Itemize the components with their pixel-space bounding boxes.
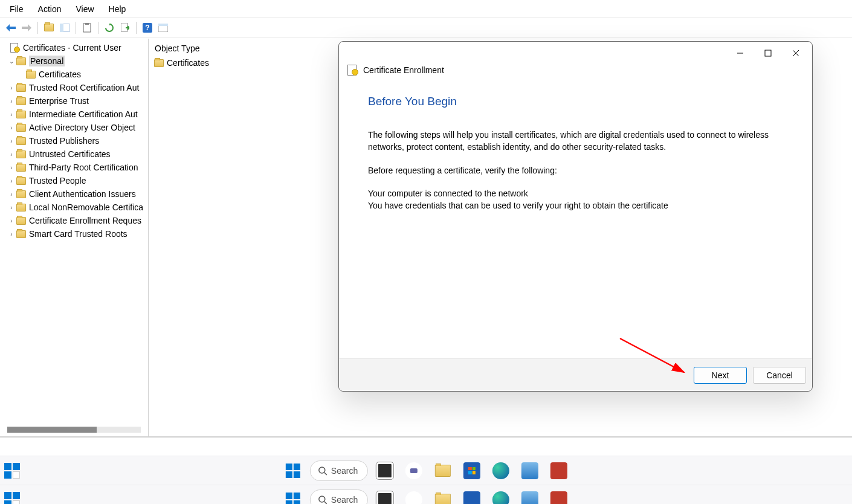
tree-item-label: Untrusted Certificates <box>29 149 111 159</box>
taskbar[interactable]: Search <box>0 456 852 485</box>
tree-item[interactable]: ›Client Authentication Issuers <box>0 187 148 201</box>
folder-icon <box>16 202 27 212</box>
svg-rect-2 <box>83 24 91 32</box>
tree-item[interactable]: ›Smart Card Trusted Roots <box>0 227 148 241</box>
certificate-enrollment-dialog: Certificate Enrollment Before You Begin … <box>338 41 813 392</box>
cert-root-icon <box>10 43 21 53</box>
chat-button[interactable] <box>402 459 426 483</box>
help-button[interactable]: ? <box>140 21 155 35</box>
tree-item[interactable]: ›Untrusted Certificates <box>0 147 148 161</box>
chevron-right-icon[interactable]: › <box>7 98 16 105</box>
folder-icon <box>16 136 27 146</box>
tree-item[interactable]: ›Certificate Enrollment Reques <box>0 214 148 227</box>
folder-icon <box>16 216 27 225</box>
folder-icon <box>16 96 27 106</box>
chevron-right-icon[interactable]: › <box>7 231 16 237</box>
tree-item[interactable]: ›Active Directory User Object <box>0 121 148 134</box>
task-view-button[interactable] <box>373 459 397 483</box>
expander-icon[interactable]: ⌄ <box>7 58 16 65</box>
folder-icon <box>16 176 27 186</box>
start-button[interactable] <box>281 459 305 483</box>
tree-item-label: Client Authentication Issuers <box>29 189 136 199</box>
tree-panel: Certificates - Current User ⌄ Personal C… <box>0 39 149 437</box>
chevron-right-icon[interactable]: › <box>7 111 16 118</box>
tree-item-label: Trusted Root Certification Aut <box>29 83 139 92</box>
menu-help[interactable]: Help <box>102 2 134 16</box>
search-placeholder: Search <box>331 466 358 476</box>
list-item-label: Certificates <box>167 58 209 68</box>
separator <box>98 22 98 34</box>
dialog-heading: Before You Begin <box>368 95 783 108</box>
tree-item[interactable]: ›Trusted Publishers <box>0 134 148 147</box>
clipboard-button[interactable] <box>80 21 94 35</box>
dialog-title: Certificate Enrollment <box>363 65 444 75</box>
tree-item-label: Intermediate Certification Aut <box>29 109 138 119</box>
svg-line-18 <box>324 502 327 504</box>
tree-item[interactable]: ›Local NonRemovable Certifica <box>0 201 148 214</box>
folder-icon <box>16 109 27 119</box>
tree-item[interactable]: ›Trusted Root Certification Aut <box>0 81 148 94</box>
cancel-button[interactable]: Cancel <box>753 367 806 384</box>
folder-icon <box>16 149 27 159</box>
dialog-body: Before You Begin The following steps wil… <box>339 80 812 358</box>
up-folder-button[interactable] <box>42 21 56 35</box>
pinned-app-1[interactable] <box>518 459 542 483</box>
chevron-right-icon[interactable]: › <box>7 138 16 144</box>
show-hide-tree-button[interactable] <box>57 21 72 35</box>
tree-item[interactable]: ›Intermediate Certification Aut <box>0 108 148 121</box>
tree-item[interactable]: ›Trusted People <box>0 174 148 187</box>
menu-action[interactable]: Action <box>31 2 69 16</box>
pinned-app-2[interactable] <box>547 459 571 483</box>
chevron-right-icon[interactable]: › <box>7 85 16 91</box>
dialog-text: You have credentials that can be used to… <box>368 199 783 212</box>
dialog-titlebar[interactable] <box>339 42 812 65</box>
tree-personal[interactable]: ⌄ Personal <box>0 54 148 68</box>
chevron-right-icon[interactable]: › <box>7 218 16 224</box>
horizontal-scrollbar[interactable] <box>7 427 141 433</box>
folder-icon <box>25 69 36 79</box>
close-button[interactable] <box>782 44 810 63</box>
minimize-button[interactable] <box>726 44 754 63</box>
separator <box>76 22 76 34</box>
back-button[interactable] <box>4 21 18 35</box>
certificate-tree[interactable]: Certificates - Current User ⌄ Personal C… <box>0 39 148 243</box>
edge-button[interactable] <box>489 459 513 483</box>
certificate-icon <box>347 65 358 76</box>
svg-rect-3 <box>85 23 89 25</box>
folder-icon <box>16 229 27 239</box>
menu-view[interactable]: View <box>68 2 101 16</box>
chevron-right-icon[interactable]: › <box>7 151 16 158</box>
forward-button[interactable] <box>19 21 34 35</box>
svg-text:?: ? <box>145 24 149 32</box>
separator <box>37 22 38 34</box>
store-button[interactable] <box>460 459 484 483</box>
tree-root[interactable]: Certificates - Current User <box>0 41 148 54</box>
chevron-right-icon[interactable]: › <box>7 124 16 131</box>
tree-item[interactable]: ›Third-Party Root Certification <box>0 161 148 174</box>
tree-certificates[interactable]: Certificates <box>0 68 148 81</box>
export-button[interactable] <box>118 21 132 35</box>
menu-file[interactable]: File <box>2 2 31 16</box>
dialog-text: The following steps will help you instal… <box>368 129 783 153</box>
tree-item[interactable]: ›Enterprise Trust <box>0 94 148 108</box>
taskbar-search[interactable]: Search <box>310 460 368 481</box>
dialog-text: Before requesting a certificate, verify … <box>368 164 783 176</box>
separator <box>136 22 137 34</box>
chevron-right-icon[interactable]: › <box>7 191 16 198</box>
refresh-button[interactable] <box>102 21 117 35</box>
scrollbar-thumb[interactable] <box>7 427 97 433</box>
chevron-right-icon[interactable]: › <box>7 178 16 184</box>
svg-rect-8 <box>158 24 168 26</box>
next-button[interactable]: Next <box>694 367 747 384</box>
folder-icon <box>16 123 27 132</box>
tree-item-label: Enterprise Trust <box>29 96 89 106</box>
chevron-right-icon[interactable]: › <box>7 164 16 171</box>
chevron-right-icon[interactable]: › <box>7 204 16 211</box>
taskbar-area: Search Search <box>0 456 852 504</box>
explorer-button[interactable] <box>431 459 455 483</box>
properties-button[interactable] <box>156 21 170 35</box>
widgets-button[interactable] <box>4 462 21 479</box>
maximize-button[interactable] <box>754 44 782 63</box>
dialog-text: Your computer is connected to the networ… <box>368 187 783 199</box>
folder-icon <box>16 163 27 172</box>
